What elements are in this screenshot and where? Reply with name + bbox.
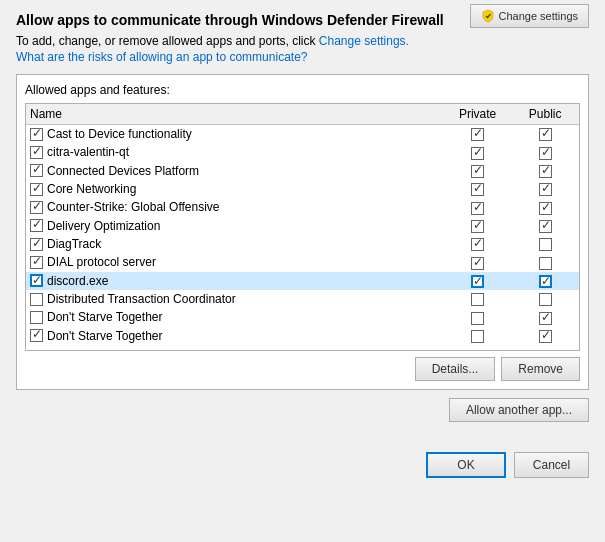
- col-header-public: Public: [511, 104, 579, 125]
- ok-cancel-row: OK Cancel: [16, 452, 589, 478]
- app-checkbox[interactable]: [30, 329, 43, 342]
- public-checkbox[interactable]: [539, 165, 552, 178]
- table-row[interactable]: citra-valentin-qt: [26, 143, 579, 161]
- table-row[interactable]: Delivery Optimization: [26, 217, 579, 235]
- app-name-label: Distributed Transaction Coordinator: [47, 292, 236, 306]
- public-checkbox[interactable]: [539, 312, 552, 325]
- allow-another-button[interactable]: Allow another app...: [449, 398, 589, 422]
- app-name-label: Connected Devices Platform: [47, 164, 199, 178]
- risk-link[interactable]: What are the risks of allowing an app to…: [16, 50, 589, 64]
- private-checkbox[interactable]: [471, 293, 484, 306]
- apps-table-container[interactable]: Name Private Public Cast to Device funct…: [25, 103, 580, 351]
- public-checkbox[interactable]: [539, 330, 552, 343]
- table-row[interactable]: Don't Starve Together: [26, 327, 579, 345]
- app-name-label: DiagTrack: [47, 237, 101, 251]
- public-checkbox[interactable]: [539, 275, 552, 288]
- public-cell: [511, 290, 579, 308]
- private-checkbox[interactable]: [471, 202, 484, 215]
- app-checkbox[interactable]: [30, 219, 43, 232]
- details-button[interactable]: Details...: [415, 357, 496, 381]
- public-cell: [511, 125, 579, 144]
- remove-button[interactable]: Remove: [501, 357, 580, 381]
- app-name-label: citra-valentin-qt: [47, 145, 129, 159]
- change-settings-button[interactable]: Change settings: [470, 4, 590, 28]
- app-checkbox[interactable]: [30, 164, 43, 177]
- public-cell: [511, 198, 579, 216]
- public-checkbox[interactable]: [539, 202, 552, 215]
- app-checkbox[interactable]: [30, 238, 43, 251]
- apps-table: Name Private Public Cast to Device funct…: [26, 104, 579, 345]
- private-cell: [444, 217, 512, 235]
- change-settings-btn-label: Change settings: [499, 10, 579, 22]
- app-checkbox[interactable]: [30, 146, 43, 159]
- allow-another-row: Allow another app...: [16, 398, 589, 422]
- public-checkbox[interactable]: [539, 147, 552, 160]
- app-name-label: Core Networking: [47, 182, 136, 196]
- app-checkbox[interactable]: [30, 274, 43, 287]
- private-checkbox[interactable]: [471, 165, 484, 178]
- private-cell: [444, 162, 512, 180]
- app-name-cell: Connected Devices Platform: [26, 162, 444, 180]
- private-cell: [444, 235, 512, 253]
- subtitle-text: To add, change, or remove allowed apps a…: [16, 34, 589, 48]
- table-row[interactable]: Core Networking: [26, 180, 579, 198]
- private-cell: [444, 125, 512, 144]
- private-checkbox[interactable]: [471, 128, 484, 141]
- col-header-private: Private: [444, 104, 512, 125]
- private-cell: [444, 308, 512, 326]
- table-row[interactable]: Distributed Transaction Coordinator: [26, 290, 579, 308]
- app-name-label: Cast to Device functionality: [47, 127, 192, 141]
- cancel-button[interactable]: Cancel: [514, 452, 589, 478]
- app-name-label: Delivery Optimization: [47, 219, 160, 233]
- public-cell: [511, 308, 579, 326]
- private-checkbox[interactable]: [471, 183, 484, 196]
- app-name-label: discord.exe: [47, 274, 108, 288]
- app-checkbox[interactable]: [30, 293, 43, 306]
- public-checkbox[interactable]: [539, 183, 552, 196]
- private-checkbox[interactable]: [471, 312, 484, 325]
- public-cell: [511, 180, 579, 198]
- public-cell: [511, 217, 579, 235]
- table-row[interactable]: Don't Starve Together: [26, 308, 579, 326]
- public-checkbox[interactable]: [539, 128, 552, 141]
- main-window: Allow apps to communicate through Window…: [0, 0, 605, 542]
- private-checkbox[interactable]: [471, 257, 484, 270]
- app-checkbox[interactable]: [30, 128, 43, 141]
- private-checkbox[interactable]: [471, 330, 484, 343]
- table-row[interactable]: DIAL protocol server: [26, 253, 579, 271]
- app-name-label: Don't Starve Together: [47, 310, 162, 324]
- public-cell: [511, 235, 579, 253]
- app-name-cell: Core Networking: [26, 180, 444, 198]
- table-row[interactable]: Counter-Strike: Global Offensive: [26, 198, 579, 216]
- table-row[interactable]: Connected Devices Platform: [26, 162, 579, 180]
- private-checkbox[interactable]: [471, 238, 484, 251]
- top-section: Allow apps to communicate through Window…: [16, 12, 589, 64]
- app-name-cell: Counter-Strike: Global Offensive: [26, 198, 444, 216]
- table-row[interactable]: discord.exe: [26, 272, 579, 290]
- app-checkbox[interactable]: [30, 256, 43, 269]
- app-name-cell: Cast to Device functionality: [26, 125, 444, 144]
- private-cell: [444, 327, 512, 345]
- change-settings-link[interactable]: Change settings.: [319, 34, 409, 48]
- allowed-box: Allowed apps and features: Name Private …: [16, 74, 589, 390]
- private-checkbox[interactable]: [471, 147, 484, 160]
- app-checkbox[interactable]: [30, 201, 43, 214]
- app-name-label: DIAL protocol server: [47, 255, 156, 269]
- public-cell: [511, 272, 579, 290]
- col-header-name: Name: [26, 104, 444, 125]
- private-checkbox[interactable]: [471, 275, 484, 288]
- app-checkbox[interactable]: [30, 183, 43, 196]
- public-checkbox[interactable]: [539, 220, 552, 233]
- app-name-cell: DiagTrack: [26, 235, 444, 253]
- public-checkbox[interactable]: [539, 257, 552, 270]
- ok-button[interactable]: OK: [426, 452, 506, 478]
- table-row[interactable]: Cast to Device functionality: [26, 125, 579, 144]
- app-name-cell: Don't Starve Together: [26, 308, 444, 326]
- table-row[interactable]: DiagTrack: [26, 235, 579, 253]
- public-checkbox[interactable]: [539, 238, 552, 251]
- public-checkbox[interactable]: [539, 293, 552, 306]
- private-checkbox[interactable]: [471, 220, 484, 233]
- app-name-cell: Delivery Optimization: [26, 217, 444, 235]
- app-checkbox[interactable]: [30, 311, 43, 324]
- public-cell: [511, 143, 579, 161]
